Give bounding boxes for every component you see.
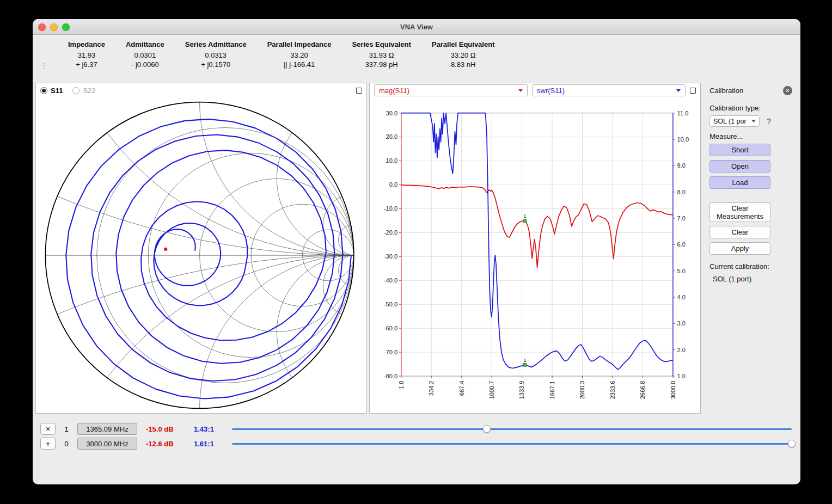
rect-chart-panel: mag(S11) swr(S11) 1130.020.010.00.0-10.0… <box>369 83 701 414</box>
marker-index: 0 <box>63 440 70 448</box>
smith-chart[interactable] <box>36 97 366 413</box>
s22-radio-icon[interactable] <box>72 87 79 94</box>
marker-frequency-field[interactable] <box>77 438 137 450</box>
svg-text:7.0: 7.0 <box>677 215 686 222</box>
zoom-window-icon[interactable] <box>62 23 70 31</box>
smith-panel-header: S11 S22 <box>36 83 366 97</box>
svg-text:2666.8: 2666.8 <box>639 381 646 399</box>
svg-text:9.0: 9.0 <box>677 162 686 169</box>
marker-row: × 1 -15.0 dB 1.43:1 <box>40 422 794 435</box>
slider-track[interactable] <box>232 443 792 445</box>
svg-text:1000.7: 1000.7 <box>488 381 495 399</box>
svg-text:3.0: 3.0 <box>677 320 686 327</box>
svg-text:1.0: 1.0 <box>677 373 686 379</box>
calibration-type-select[interactable]: SOL (1 por <box>709 115 760 127</box>
marker-row: + 0 -12.6 dB 1.61:1 <box>40 437 794 450</box>
open-button[interactable]: Open <box>709 160 770 173</box>
close-icon[interactable]: ✕ <box>783 86 792 95</box>
svg-text:2.0: 2.0 <box>677 347 686 353</box>
measurement-stats-bar: ⋮ Impedance 31.93 + j6.37 Admittance 0.0… <box>33 35 800 83</box>
slider-handle[interactable] <box>788 440 796 447</box>
chevron-down-icon <box>676 89 681 92</box>
clear-measurements-button[interactable]: Clear Measurements <box>709 202 770 222</box>
svg-text:30.0: 30.0 <box>386 110 398 116</box>
marker-frequency-slider[interactable] <box>232 425 792 433</box>
svg-text:20.0: 20.0 <box>386 134 398 140</box>
marker-frequency-slider[interactable] <box>232 439 792 448</box>
rect-chart-body: 1130.020.010.00.0-10.0-20.0-30.0-40.0-50… <box>370 97 700 413</box>
trace1-select-label: mag(S11) <box>379 87 409 95</box>
chevron-down-icon <box>518 89 523 92</box>
smith-chart-body <box>36 97 366 413</box>
current-calibration-value: SOL (1 port) <box>713 275 792 283</box>
s22-radio[interactable]: S22 <box>72 87 95 95</box>
title-bar[interactable]: VNA View <box>33 19 800 35</box>
load-button[interactable]: Load <box>709 176 770 189</box>
svg-text:11.0: 11.0 <box>677 110 689 116</box>
minimize-window-icon[interactable] <box>50 23 58 31</box>
svg-text:-20.0: -20.0 <box>384 229 397 236</box>
apply-button[interactable]: Apply <box>709 242 770 255</box>
marker-bar: × 1 -15.0 dB 1.43:1 + 0 -12.6 dB 1.61:1 <box>33 414 800 484</box>
drag-handle-icon[interactable]: ⋮ <box>40 62 47 69</box>
trace2-select[interactable]: swr(S11) <box>532 84 686 96</box>
svg-text:334.2: 334.2 <box>428 381 435 396</box>
svg-text:10.0: 10.0 <box>677 136 689 143</box>
trace2-select-label: swr(S11) <box>537 87 565 95</box>
marker-index: 1 <box>63 425 70 433</box>
stat-series-equivalent: Series Equivalent 31.93 Ω 337.98 pH <box>352 40 411 69</box>
magnitude-swr-chart[interactable]: 1130.020.010.00.0-10.0-20.0-30.0-40.0-50… <box>370 97 700 413</box>
stat-impedance: Impedance 31.93 + j6.37 <box>68 40 105 69</box>
calibration-panel: Calibration ✕ Calibration type: SOL (1 p… <box>703 83 798 414</box>
clear-button[interactable]: Clear <box>709 226 770 238</box>
remove-marker-button[interactable]: × <box>40 423 56 435</box>
svg-text:-30.0: -30.0 <box>384 253 397 260</box>
smith-popout-icon[interactable] <box>356 88 362 94</box>
calibration-type-value: SOL (1 por <box>713 118 747 125</box>
trace1-select[interactable]: mag(S11) <box>374 84 528 96</box>
marker-frequency-field[interactable] <box>77 423 137 435</box>
window-title: VNA View <box>400 23 433 31</box>
svg-text:667.4: 667.4 <box>458 381 465 396</box>
svg-text:3000.0: 3000.0 <box>670 381 676 399</box>
main-content: S11 S22 mag(S11) swr(S11) <box>33 83 800 414</box>
svg-text:-60.0: -60.0 <box>384 325 397 331</box>
add-marker-button[interactable]: + <box>40 438 56 450</box>
calibration-title: Calibration <box>709 87 743 95</box>
svg-text:0.0: 0.0 <box>389 181 397 188</box>
rect-popout-icon[interactable] <box>690 88 696 94</box>
stat-series-admittance: Series Admittance 0.0313 + j0.1570 <box>185 40 247 69</box>
svg-text:-70.0: -70.0 <box>384 349 397 355</box>
s11-radio-icon[interactable] <box>40 87 47 94</box>
chevron-down-icon <box>751 120 756 122</box>
stat-parallel-impedance: Parallel Impedance 33.20 || j-166.41 <box>267 40 332 69</box>
vna-window: VNA View ⋮ Impedance 31.93 + j6.37 Admit… <box>33 19 800 484</box>
smith-chart-panel: S11 S22 <box>35 83 367 414</box>
svg-text:1333.9: 1333.9 <box>518 381 525 399</box>
marker-swr-value: 1.43:1 <box>194 425 228 433</box>
svg-text:1.0: 1.0 <box>398 381 405 389</box>
close-window-icon[interactable] <box>38 23 46 31</box>
svg-text:-80.0: -80.0 <box>384 373 397 379</box>
s11-radio-label: S11 <box>51 87 63 95</box>
marker-mag-value: -15.0 dB <box>146 425 189 433</box>
stat-admittance: Admittance 0.0301 - j0.0060 <box>126 40 164 69</box>
stat-parallel-equivalent: Parallel Equivalent 33.20 Ω 8.83 nH <box>432 40 495 69</box>
slider-track[interactable] <box>232 428 792 430</box>
svg-text:-10.0: -10.0 <box>384 205 397 212</box>
short-button[interactable]: Short <box>709 144 770 156</box>
slider-handle[interactable] <box>483 425 491 433</box>
svg-text:10.0: 10.0 <box>386 157 398 164</box>
s11-radio[interactable]: S11 <box>40 87 63 95</box>
svg-text:6.0: 6.0 <box>677 241 686 248</box>
svg-text:8.0: 8.0 <box>677 189 686 195</box>
svg-text:1667.1: 1667.1 <box>549 381 555 399</box>
measure-label: Measure... <box>709 132 792 140</box>
svg-text:2333.6: 2333.6 <box>609 381 616 399</box>
svg-text:2000.3: 2000.3 <box>579 381 585 399</box>
svg-text:1: 1 <box>523 358 526 363</box>
help-button[interactable]: ? <box>764 116 774 127</box>
marker-swr-value: 1.61:1 <box>194 440 228 448</box>
current-calibration-label: Current calibration: <box>709 262 792 271</box>
svg-text:-50.0: -50.0 <box>384 301 397 308</box>
